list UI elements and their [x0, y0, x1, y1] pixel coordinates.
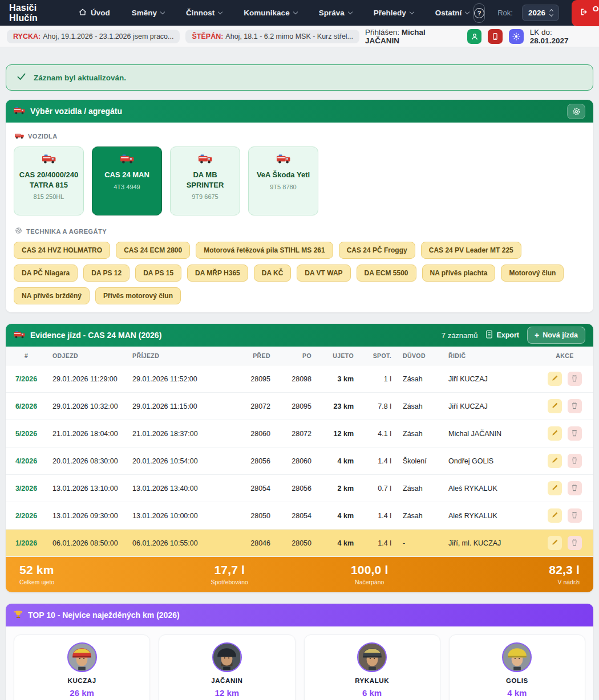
- pencil-icon: [552, 457, 558, 465]
- nav-item-ostatni[interactable]: Ostatní: [435, 9, 470, 17]
- edit-button[interactable]: [548, 426, 562, 441]
- profile-button[interactable]: [467, 29, 482, 44]
- nav-item-uvod[interactable]: Úvod: [79, 8, 110, 18]
- nav-item-sprava[interactable]: Správa: [319, 9, 352, 17]
- delete-button[interactable]: [568, 426, 582, 441]
- check-icon: [17, 73, 26, 82]
- equipment-chip[interactable]: DA VT WAP: [297, 264, 350, 282]
- vehicle-card-sprinter[interactable]: DA MB SPRINTER 9T9 6675: [170, 146, 240, 215]
- pencil-icon: [552, 511, 558, 520]
- trash-icon: [571, 511, 578, 520]
- equipment-chip[interactable]: DA PS 12: [83, 264, 129, 282]
- fire-truck-icon: [14, 106, 25, 116]
- equipment-section-label: TECHNIKA A AGREGÁTY: [15, 227, 585, 235]
- equipment-chip[interactable]: DA PČ Niagara: [14, 264, 78, 282]
- trophy-icon: [14, 610, 23, 621]
- chevron-down-icon: [465, 10, 470, 14]
- table-row-highlighted: 1/2026 06.01.2026 08:50:00 06.01.2026 10…: [6, 530, 593, 557]
- fire-truck-icon: [120, 156, 134, 165]
- fire-truck-icon: [199, 156, 212, 165]
- driver-card: RYKALUK 6 km: [304, 634, 440, 700]
- year-select[interactable]: 2026: [522, 5, 559, 21]
- new-ride-button[interactable]: + Nová jízda: [527, 327, 585, 344]
- main-nav: Úvod Směny Činnost Komunikace Správa Pře…: [79, 8, 469, 18]
- delete-button[interactable]: [568, 372, 582, 386]
- notice-chip-rycka[interactable]: RYCKA:Ahoj, 19.1.2026 - 23.1.2026 jsem p…: [7, 30, 180, 43]
- mobile-button[interactable]: [488, 29, 503, 44]
- theme-button[interactable]: [509, 29, 524, 44]
- delete-button[interactable]: [568, 536, 582, 550]
- panel-title: Evidence jízd - CAS 24 MAN (2026): [30, 331, 161, 340]
- delete-button[interactable]: [568, 399, 582, 413]
- summary-total-km: 52 km Celkem ujeto: [19, 563, 160, 585]
- driver-avatar: [357, 642, 387, 672]
- chevron-down-icon: [293, 10, 297, 14]
- equipment-chip[interactable]: CAS 24 ECM 2800: [116, 242, 190, 259]
- driver-card: JAČANIN 12 km: [159, 634, 295, 700]
- export-button[interactable]: Export: [485, 330, 519, 340]
- vehicle-card-cas24man[interactable]: CAS 24 MAN 4T3 4949: [92, 146, 162, 215]
- delete-button[interactable]: [568, 481, 582, 495]
- top10-panel: TOP 10 - Nejvíce naježděných km (2026) K…: [6, 604, 593, 700]
- trash-icon: [571, 429, 578, 438]
- pencil-icon: [552, 402, 558, 410]
- edit-button[interactable]: [548, 536, 562, 550]
- equipment-chip[interactable]: CAS 24 PČ Froggy: [339, 242, 415, 259]
- equipment-chip[interactable]: Motorová řetězová pila STIHL MS 261: [196, 242, 333, 259]
- info-bar: RYCKA:Ahoj, 19.1.2026 - 23.1.2026 jsem p…: [0, 26, 599, 47]
- edit-button[interactable]: [548, 481, 562, 495]
- driver-card: GOLIS 4 km: [449, 634, 585, 700]
- table-header-row: # ODJEZD PŘÍJEZD PŘED PO UJETO SPOT. DŮV…: [6, 347, 593, 365]
- rides-panel-header: Evidence jízd - CAS 24 MAN (2026) 7 zázn…: [6, 324, 593, 347]
- nav-item-cinnost[interactable]: Činnost: [186, 9, 222, 17]
- delete-button[interactable]: [568, 454, 582, 468]
- panel-settings-button[interactable]: [567, 104, 585, 119]
- year-label: Rok:: [497, 9, 513, 17]
- trash-icon: [571, 457, 578, 466]
- nav-item-smeny[interactable]: Směny: [132, 9, 164, 17]
- trash-icon: [571, 484, 578, 493]
- edit-button[interactable]: [548, 454, 562, 468]
- trash-icon: [571, 539, 578, 548]
- driver-avatar: [67, 642, 97, 672]
- summary-refueled: 100,0 l Načerpáno: [300, 563, 440, 585]
- chevron-down-icon: [347, 10, 352, 14]
- pencil-icon: [552, 484, 558, 493]
- nav-item-prehledy[interactable]: Přehledy: [374, 9, 414, 17]
- fire-truck-icon: [277, 156, 290, 165]
- table-row: 3/2026 13.01.2026 13:10:00 13.01.2026 13…: [6, 475, 593, 502]
- plus-icon: +: [535, 331, 539, 339]
- edit-button[interactable]: [548, 508, 562, 523]
- summary-in-tank: 82,3 l V nádrži: [440, 563, 580, 585]
- equipment-chip[interactable]: DA KČ: [254, 264, 292, 282]
- equipment-chip[interactable]: CAS 24 PV Leader MT 225: [421, 242, 521, 259]
- logout-button[interactable]: Odhlásit se: [572, 0, 599, 26]
- edit-button[interactable]: [548, 399, 562, 413]
- notice-chip-stepan[interactable]: ŠTĚPÁN:Ahoj, 18.1 - 6.2 mimo MSK - Kurz …: [185, 30, 359, 43]
- equipment-chip[interactable]: DA ECM 5500: [357, 264, 416, 282]
- rides-table: # ODJEZD PŘÍJEZD PŘED PO UJETO SPOT. DŮV…: [6, 347, 593, 557]
- driver-avatar: [502, 642, 532, 672]
- nav-item-komunikace[interactable]: Komunikace: [244, 9, 297, 17]
- delete-button[interactable]: [568, 508, 582, 523]
- equipment-chip[interactable]: DA PS 15: [135, 264, 181, 282]
- table-row: 4/2026 20.01.2026 08:30:00 20.01.2026 10…: [6, 447, 593, 475]
- equipment-chip[interactable]: NA přívěs bržděný: [14, 287, 90, 304]
- pencil-icon: [552, 539, 558, 547]
- vehicle-card-tatra[interactable]: CAS 20/4000/240 TATRA 815 815 250HL: [14, 146, 84, 215]
- edit-button[interactable]: [548, 372, 562, 386]
- help-button[interactable]: ?: [473, 3, 485, 23]
- top-navbar: Hasiči Hlučín Úvod Směny Činnost Komunik…: [0, 0, 599, 26]
- driver-avatar: [212, 642, 242, 672]
- equipment-chip[interactable]: CAS 24 HVZ HOLMATRO: [14, 242, 110, 259]
- equipment-chip[interactable]: NA přívěs plachta: [422, 264, 496, 282]
- equipment-chip[interactable]: Přívěs motorový člun: [95, 287, 181, 304]
- trash-icon: [571, 375, 578, 384]
- summary-consumed: 17,7 l Spotřebováno: [160, 563, 300, 585]
- vehicle-card-yeti[interactable]: VeA Škoda Yeti 9T5 8780: [248, 146, 318, 215]
- lk-validity: LK do: 28.01.2027: [530, 28, 592, 45]
- equipment-chip[interactable]: DA MŘP H365: [187, 264, 248, 282]
- rides-panel: Evidence jízd - CAS 24 MAN (2026) 7 zázn…: [6, 324, 593, 592]
- fire-truck-icon: [42, 156, 56, 165]
- equipment-chip[interactable]: Motorový člun: [501, 264, 564, 282]
